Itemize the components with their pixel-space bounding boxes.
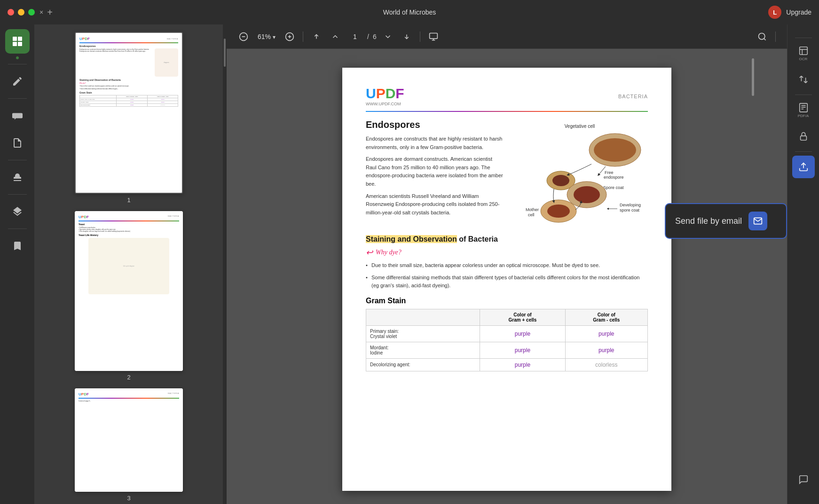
updf-logo: UPDF WWW.UPDF.COM: [366, 87, 404, 106]
gram-cell-2-neg: purple: [565, 342, 647, 358]
pdf-ai-button[interactable]: PDF/A: [792, 99, 815, 121]
maximize-traffic-light[interactable]: [28, 9, 35, 16]
minus-circle-icon: [239, 32, 248, 41]
why-dye-label: Why dye?: [376, 249, 402, 256]
ocr-icon: [798, 46, 809, 56]
svg-text:spore coat: spore coat: [620, 208, 640, 213]
staining-bullet-2: Some differential staining methods that …: [366, 274, 648, 290]
scroll-to-top-button[interactable]: [309, 29, 324, 44]
stamp-icon: [12, 172, 23, 183]
plus-circle-icon: [285, 32, 294, 41]
page-navigation: / 6: [346, 33, 377, 40]
comment-icon: [12, 110, 23, 121]
chat-button[interactable]: [792, 468, 815, 491]
thumbnail-page-number-2: 2: [127, 374, 130, 381]
sidebar-divider-2: [8, 98, 27, 99]
gram-row-primary: Primary stain:Crystal violet purple purp…: [366, 325, 648, 342]
convert-button[interactable]: [792, 68, 815, 91]
gram-cell-1-neg: purple: [565, 325, 647, 342]
sidebar-item-bookmark[interactable]: [5, 234, 30, 258]
chevron-up-icon: [331, 32, 339, 41]
staining-bullet-1: Due to their small size, bacteria appear…: [366, 261, 648, 270]
main-layout: UPDF BACTERIA Endospores Endospores are …: [0, 24, 819, 504]
thumbnail-panel-wrapper: UPDF BACTERIA Endospores Endospores are …: [35, 24, 227, 504]
svg-text:cell: cell: [528, 213, 535, 217]
sidebar-item-thumbnails[interactable]: [5, 29, 30, 54]
zoom-in-button[interactable]: [282, 29, 297, 44]
staining-title: Staining and Observation of Bacteria: [366, 235, 648, 244]
sidebar-item-pen[interactable]: [5, 69, 30, 94]
send-file-tooltip[interactable]: Send file by email: [665, 203, 787, 239]
ocr-button[interactable]: OCR: [792, 42, 815, 64]
thumbnail-item-1[interactable]: UPDF BACTERIA Endospores Endospores are …: [75, 32, 183, 204]
thumbnail-page-number-1: 1: [127, 197, 130, 204]
staining-highlight: Staining and Observation: [366, 235, 457, 243]
sidebar-divider-1: [8, 64, 27, 64]
svg-text:Free: Free: [605, 170, 614, 175]
sidebar-item-layers[interactable]: [5, 199, 30, 224]
page-separator: /: [367, 33, 369, 40]
secure-button[interactable]: [792, 125, 815, 148]
presentation-mode-button[interactable]: [426, 29, 441, 44]
bookmark-icon: [12, 240, 23, 252]
svg-text:Developing: Developing: [620, 203, 641, 207]
ocr-label: OCR: [799, 57, 808, 61]
svg-rect-36: [799, 47, 807, 55]
scroll-to-bottom-button[interactable]: [399, 29, 414, 44]
titlebar-right: L Upgrade: [768, 6, 811, 19]
page-down-button[interactable]: [380, 29, 395, 44]
arrow-to-bottom-icon: [402, 32, 411, 41]
endospores-section: Vegetative cell Free endospore: [366, 119, 648, 228]
svg-rect-11: [429, 33, 437, 39]
lock-icon: [798, 131, 809, 142]
chevron-down-icon: [384, 32, 392, 41]
tab-add-button[interactable]: +: [47, 7, 53, 18]
presentation-icon: [429, 32, 438, 41]
pdf-page: UPDF WWW.UPDF.COM BACTERIA Vegetative ce…: [342, 68, 671, 491]
zoom-dropdown-button[interactable]: ▾: [273, 34, 276, 40]
svg-text:Mother: Mother: [526, 207, 539, 212]
tab-close-button[interactable]: ×: [39, 8, 43, 16]
staining-rest: of Bacteria: [459, 235, 498, 243]
updf-url: WWW.UPDF.COM: [366, 102, 404, 106]
send-file-email-button[interactable]: [748, 212, 767, 230]
svg-rect-39: [799, 103, 807, 111]
thumbnail-panel[interactable]: UPDF BACTERIA Endospores Endospores are …: [35, 24, 223, 504]
svg-text:Spore coat: Spore coat: [603, 185, 624, 190]
page-number-input[interactable]: [346, 33, 363, 40]
share-button[interactable]: [792, 156, 815, 178]
sidebar-item-comment[interactable]: [5, 103, 30, 128]
window-title: World of Microbes: [383, 8, 436, 16]
upgrade-button[interactable]: Upgrade: [786, 8, 811, 16]
page-up-button[interactable]: [328, 29, 343, 44]
svg-rect-43: [800, 136, 806, 140]
close-traffic-light[interactable]: [8, 9, 14, 16]
pdf-viewport[interactable]: UPDF WWW.UPDF.COM BACTERIA Vegetative ce…: [227, 49, 787, 504]
zoom-level-display: 61% ▾: [255, 33, 278, 40]
toolbar-separator-1: [303, 32, 303, 42]
sidebar-item-stamp[interactable]: [5, 165, 30, 189]
chat-icon: [798, 474, 809, 485]
zoom-value: 61%: [258, 33, 271, 40]
sidebar-item-organize[interactable]: [5, 131, 30, 155]
pen-icon: [12, 76, 23, 87]
pdf-header: UPDF WWW.UPDF.COM BACTERIA: [366, 87, 648, 106]
thumbnail-grid-icon: [12, 36, 23, 47]
avatar[interactable]: L: [768, 6, 781, 19]
svg-point-18: [594, 138, 636, 162]
thumbnail-item-3[interactable]: UPDF BACTERIA Content of page 3... 3: [75, 388, 183, 502]
toolbar-separator-3: [775, 32, 776, 42]
header-line: [366, 111, 648, 112]
search-button[interactable]: [755, 29, 770, 44]
thumbnail-scrollbar[interactable]: [223, 24, 227, 504]
gram-stain-table: Color ofGram + cells Color ofGram - cell…: [366, 309, 648, 371]
svg-rect-3: [18, 42, 22, 46]
pdf-scrollbar[interactable]: [750, 49, 755, 504]
page-total: 6: [373, 33, 377, 40]
endospore-diagram-svg: Vegetative cell Free endospore: [512, 119, 648, 223]
thumbnail-item-2[interactable]: UPDF BACTERIA Yeast • Cell/Division repr…: [75, 211, 183, 381]
gram-col-header-empty: [366, 309, 480, 325]
svg-rect-1: [18, 37, 22, 41]
zoom-out-button[interactable]: [236, 29, 251, 44]
minimize-traffic-light[interactable]: [18, 9, 24, 16]
